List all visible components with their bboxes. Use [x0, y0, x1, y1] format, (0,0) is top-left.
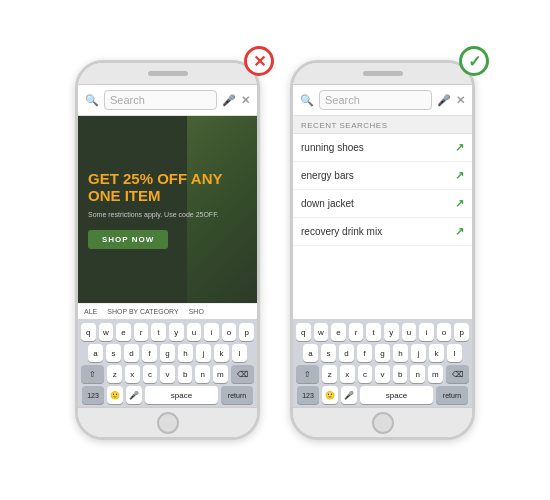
bad-nav-item-1[interactable]: ALE: [84, 308, 97, 315]
gkey-j[interactable]: j: [411, 344, 426, 362]
key-c[interactable]: c: [143, 365, 158, 383]
key-b[interactable]: b: [178, 365, 193, 383]
gkey-m[interactable]: m: [428, 365, 443, 383]
key-d[interactable]: d: [124, 344, 139, 362]
gkey-o[interactable]: o: [437, 323, 452, 341]
key-o[interactable]: o: [222, 323, 237, 341]
gkey-p[interactable]: p: [454, 323, 469, 341]
bad-ad-content: GET 25% OFF ANY ONE ITEM Some restrictio…: [78, 116, 257, 303]
bad-close-icon[interactable]: ✕: [241, 94, 250, 107]
key-emoji[interactable]: 🙂: [107, 386, 123, 404]
ad-headline: GET 25% OFF ANY ONE ITEM: [88, 170, 247, 205]
key-t[interactable]: t: [151, 323, 166, 341]
ad-subtext: Some restrictions apply. Use code 25OFF.: [88, 210, 219, 220]
bad-search-input[interactable]: Search: [104, 90, 217, 110]
gkey-return[interactable]: return: [436, 386, 468, 404]
key-h[interactable]: h: [178, 344, 193, 362]
gkey-space[interactable]: space: [360, 386, 433, 404]
gkey-f[interactable]: f: [357, 344, 372, 362]
key-shift[interactable]: ⇧: [81, 365, 104, 383]
gkey-shift[interactable]: ⇧: [296, 365, 319, 383]
gkey-s[interactable]: s: [321, 344, 336, 362]
key-l[interactable]: l: [232, 344, 247, 362]
good-phone-speaker: [363, 71, 403, 76]
bad-nav-item-2[interactable]: SHOP BY CATEGORY: [107, 308, 178, 315]
key-j[interactable]: j: [196, 344, 211, 362]
good-search-input[interactable]: Search: [319, 90, 432, 110]
bad-key-row-1: q w e r t y u i o p: [81, 323, 254, 341]
gkey-y[interactable]: y: [384, 323, 399, 341]
gkey-n[interactable]: n: [410, 365, 425, 383]
key-space[interactable]: space: [145, 386, 218, 404]
key-y[interactable]: y: [169, 323, 184, 341]
key-k[interactable]: k: [214, 344, 229, 362]
gkey-a[interactable]: a: [303, 344, 318, 362]
gkey-r[interactable]: r: [349, 323, 364, 341]
good-search-icon: 🔍: [300, 94, 314, 107]
good-close-icon[interactable]: ✕: [456, 94, 465, 107]
gkey-k[interactable]: k: [429, 344, 444, 362]
bad-key-row-3: ⇧ z x c v b n m ⌫: [81, 365, 254, 383]
gkey-z[interactable]: z: [322, 365, 337, 383]
search-item-text-2: down jacket: [301, 198, 354, 209]
gkey-w[interactable]: w: [314, 323, 329, 341]
gkey-x[interactable]: x: [340, 365, 355, 383]
bad-home-button[interactable]: [157, 412, 179, 434]
search-item-3[interactable]: recovery drink mix ↗: [293, 218, 472, 246]
key-m[interactable]: m: [213, 365, 228, 383]
key-mic[interactable]: 🎤: [126, 386, 142, 404]
key-f[interactable]: f: [142, 344, 157, 362]
search-item-arrow-1: ↗: [455, 169, 464, 182]
bad-search-bar[interactable]: 🔍 Search 🎤 ✕: [78, 85, 257, 116]
search-item-1[interactable]: energy bars ↗: [293, 162, 472, 190]
bad-search-icon: 🔍: [85, 94, 99, 107]
search-item-0[interactable]: running shoes ↗: [293, 134, 472, 162]
key-v[interactable]: v: [160, 365, 175, 383]
key-a[interactable]: a: [88, 344, 103, 362]
good-home-button[interactable]: [372, 412, 394, 434]
key-q[interactable]: q: [81, 323, 96, 341]
search-item-2[interactable]: down jacket ↗: [293, 190, 472, 218]
bad-phone-wrapper: ✕ 🔍 Search 🎤 ✕ GET 25% OFF ANY ONE ITEM …: [75, 60, 260, 440]
bad-phone-screen: 🔍 Search 🎤 ✕ GET 25% OFF ANY ONE ITEM So…: [78, 85, 257, 407]
search-item-arrow-0: ↗: [455, 141, 464, 154]
gkey-emoji[interactable]: 🙂: [322, 386, 338, 404]
key-g[interactable]: g: [160, 344, 175, 362]
good-mic-icon: 🎤: [437, 94, 451, 107]
key-r[interactable]: r: [134, 323, 149, 341]
good-phone-screen: 🔍 Search 🎤 ✕ RECENT SEARCHES running sho…: [293, 85, 472, 407]
gkey-l[interactable]: l: [447, 344, 462, 362]
bad-badge: ✕: [244, 46, 274, 76]
key-w[interactable]: w: [99, 323, 114, 341]
gkey-mic[interactable]: 🎤: [341, 386, 357, 404]
gkey-t[interactable]: t: [366, 323, 381, 341]
gkey-v[interactable]: v: [375, 365, 390, 383]
key-s[interactable]: s: [106, 344, 121, 362]
key-e[interactable]: e: [116, 323, 131, 341]
gkey-h[interactable]: h: [393, 344, 408, 362]
key-backspace[interactable]: ⌫: [231, 365, 254, 383]
gkey-nums[interactable]: 123: [297, 386, 319, 404]
shop-now-button[interactable]: SHOP NOW: [88, 230, 168, 249]
gkey-i[interactable]: i: [419, 323, 434, 341]
gkey-q[interactable]: q: [296, 323, 311, 341]
gkey-g[interactable]: g: [375, 344, 390, 362]
gkey-d[interactable]: d: [339, 344, 354, 362]
key-nums[interactable]: 123: [82, 386, 104, 404]
gkey-backspace[interactable]: ⌫: [446, 365, 469, 383]
key-i[interactable]: i: [204, 323, 219, 341]
good-phone: 🔍 Search 🎤 ✕ RECENT SEARCHES running sho…: [290, 60, 475, 440]
gkey-b[interactable]: b: [393, 365, 408, 383]
key-u[interactable]: u: [187, 323, 202, 341]
bad-nav-item-3[interactable]: SHO: [189, 308, 204, 315]
gkey-c[interactable]: c: [358, 365, 373, 383]
bad-key-row-4: 123 🙂 🎤 space return: [81, 386, 254, 404]
key-p[interactable]: p: [239, 323, 254, 341]
key-x[interactable]: x: [125, 365, 140, 383]
gkey-u[interactable]: u: [402, 323, 417, 341]
key-n[interactable]: n: [195, 365, 210, 383]
key-return[interactable]: return: [221, 386, 253, 404]
key-z[interactable]: z: [107, 365, 122, 383]
gkey-e[interactable]: e: [331, 323, 346, 341]
good-search-bar[interactable]: 🔍 Search 🎤 ✕: [293, 85, 472, 116]
